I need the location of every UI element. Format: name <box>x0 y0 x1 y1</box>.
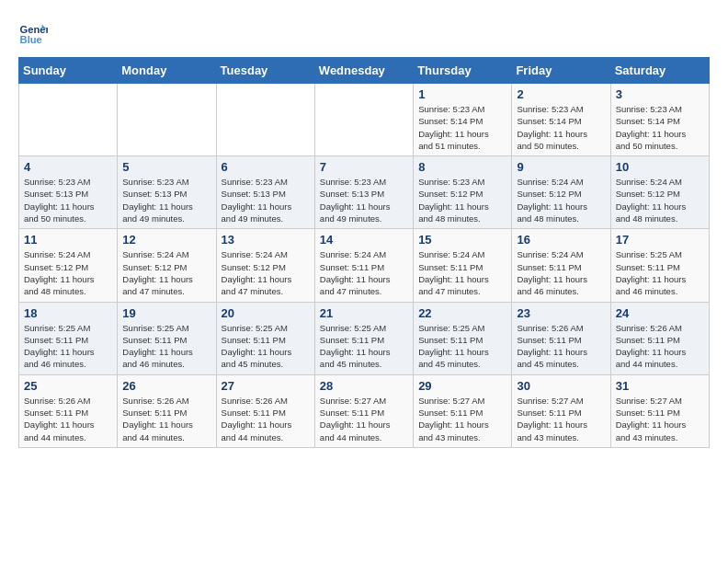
day-number: 5 <box>122 160 210 174</box>
day-info: Sunrise: 5:24 AM Sunset: 5:12 PM Dayligh… <box>616 176 704 224</box>
day-info: Sunrise: 5:24 AM Sunset: 5:11 PM Dayligh… <box>418 248 506 297</box>
day-cell: 26Sunrise: 5:26 AM Sunset: 5:11 PM Dayli… <box>118 374 216 447</box>
day-cell: 17Sunrise: 5:25 AM Sunset: 5:11 PM Dayli… <box>610 229 709 302</box>
day-info: Sunrise: 5:25 AM Sunset: 5:11 PM Dayligh… <box>320 322 408 371</box>
day-number: 2 <box>517 87 605 101</box>
week-row-3: 11Sunrise: 5:24 AM Sunset: 5:12 PM Dayli… <box>19 229 710 302</box>
logo: General Blue <box>18 18 51 48</box>
day-cell <box>216 84 314 156</box>
day-number: 13 <box>222 233 310 247</box>
svg-text:Blue: Blue <box>20 34 42 45</box>
calendar-header-row: SundayMondayTuesdayWednesdayThursdayFrid… <box>19 58 710 84</box>
day-cell: 4Sunrise: 5:23 AM Sunset: 5:13 PM Daylig… <box>19 156 118 229</box>
day-cell: 7Sunrise: 5:23 AM Sunset: 5:13 PM Daylig… <box>314 156 413 229</box>
calendar-table: SundayMondayTuesdayWednesdayThursdayFrid… <box>18 57 710 448</box>
day-info: Sunrise: 5:25 AM Sunset: 5:11 PM Dayligh… <box>222 322 310 371</box>
day-number: 9 <box>517 160 605 174</box>
day-info: Sunrise: 5:23 AM Sunset: 5:13 PM Dayligh… <box>24 176 112 224</box>
day-info: Sunrise: 5:27 AM Sunset: 5:11 PM Dayligh… <box>418 395 506 443</box>
day-info: Sunrise: 5:25 AM Sunset: 5:11 PM Dayligh… <box>418 322 506 371</box>
day-cell: 5Sunrise: 5:23 AM Sunset: 5:13 PM Daylig… <box>118 156 216 229</box>
day-number: 3 <box>616 87 704 101</box>
day-number: 18 <box>24 306 112 320</box>
day-cell: 23Sunrise: 5:26 AM Sunset: 5:11 PM Dayli… <box>512 302 610 374</box>
day-info: Sunrise: 5:23 AM Sunset: 5:14 PM Dayligh… <box>418 103 506 152</box>
day-number: 29 <box>418 379 506 393</box>
header-saturday: Saturday <box>610 58 709 84</box>
day-info: Sunrise: 5:25 AM Sunset: 5:11 PM Dayligh… <box>122 322 210 371</box>
day-cell: 15Sunrise: 5:24 AM Sunset: 5:11 PM Dayli… <box>414 229 512 302</box>
day-number: 30 <box>517 379 605 393</box>
day-info: Sunrise: 5:23 AM Sunset: 5:13 PM Dayligh… <box>122 176 210 224</box>
day-cell: 8Sunrise: 5:23 AM Sunset: 5:12 PM Daylig… <box>414 156 512 229</box>
day-cell: 27Sunrise: 5:26 AM Sunset: 5:11 PM Dayli… <box>216 374 314 447</box>
day-number: 17 <box>616 233 704 247</box>
page-header: General Blue <box>18 18 710 48</box>
week-row-1: 1Sunrise: 5:23 AM Sunset: 5:14 PM Daylig… <box>19 84 710 156</box>
day-info: Sunrise: 5:23 AM Sunset: 5:13 PM Dayligh… <box>320 176 408 224</box>
header-friday: Friday <box>512 58 610 84</box>
day-info: Sunrise: 5:26 AM Sunset: 5:11 PM Dayligh… <box>616 322 704 371</box>
day-number: 25 <box>24 379 112 393</box>
day-info: Sunrise: 5:24 AM Sunset: 5:11 PM Dayligh… <box>517 248 605 297</box>
day-number: 31 <box>616 379 704 393</box>
day-info: Sunrise: 5:23 AM Sunset: 5:14 PM Dayligh… <box>517 103 605 152</box>
day-info: Sunrise: 5:23 AM Sunset: 5:14 PM Dayligh… <box>616 103 704 152</box>
week-row-4: 18Sunrise: 5:25 AM Sunset: 5:11 PM Dayli… <box>19 302 710 374</box>
day-cell: 31Sunrise: 5:27 AM Sunset: 5:11 PM Dayli… <box>610 374 709 447</box>
day-info: Sunrise: 5:25 AM Sunset: 5:11 PM Dayligh… <box>24 322 112 371</box>
day-cell <box>19 84 118 156</box>
day-number: 28 <box>320 379 408 393</box>
day-cell: 25Sunrise: 5:26 AM Sunset: 5:11 PM Dayli… <box>19 374 118 447</box>
day-info: Sunrise: 5:27 AM Sunset: 5:11 PM Dayligh… <box>517 395 605 443</box>
day-number: 11 <box>24 233 112 247</box>
day-info: Sunrise: 5:24 AM Sunset: 5:11 PM Dayligh… <box>320 248 408 297</box>
day-info: Sunrise: 5:26 AM Sunset: 5:11 PM Dayligh… <box>24 395 112 443</box>
day-cell: 21Sunrise: 5:25 AM Sunset: 5:11 PM Dayli… <box>314 302 413 374</box>
day-number: 4 <box>24 160 112 174</box>
day-cell: 10Sunrise: 5:24 AM Sunset: 5:12 PM Dayli… <box>610 156 709 229</box>
header-thursday: Thursday <box>414 58 512 84</box>
day-number: 21 <box>320 306 408 320</box>
day-cell: 2Sunrise: 5:23 AM Sunset: 5:14 PM Daylig… <box>512 84 610 156</box>
day-number: 23 <box>517 306 605 320</box>
day-number: 24 <box>616 306 704 320</box>
day-info: Sunrise: 5:25 AM Sunset: 5:11 PM Dayligh… <box>616 248 704 297</box>
day-number: 12 <box>122 233 210 247</box>
day-cell: 1Sunrise: 5:23 AM Sunset: 5:14 PM Daylig… <box>414 84 512 156</box>
day-info: Sunrise: 5:24 AM Sunset: 5:12 PM Dayligh… <box>222 248 310 297</box>
svg-text:General: General <box>20 24 48 35</box>
day-info: Sunrise: 5:24 AM Sunset: 5:12 PM Dayligh… <box>24 248 112 297</box>
day-info: Sunrise: 5:27 AM Sunset: 5:11 PM Dayligh… <box>616 395 704 443</box>
day-info: Sunrise: 5:26 AM Sunset: 5:11 PM Dayligh… <box>122 395 210 443</box>
day-cell: 30Sunrise: 5:27 AM Sunset: 5:11 PM Dayli… <box>512 374 610 447</box>
day-cell: 16Sunrise: 5:24 AM Sunset: 5:11 PM Dayli… <box>512 229 610 302</box>
day-cell: 22Sunrise: 5:25 AM Sunset: 5:11 PM Dayli… <box>414 302 512 374</box>
day-cell: 6Sunrise: 5:23 AM Sunset: 5:13 PM Daylig… <box>216 156 314 229</box>
day-info: Sunrise: 5:27 AM Sunset: 5:11 PM Dayligh… <box>320 395 408 443</box>
day-cell: 11Sunrise: 5:24 AM Sunset: 5:12 PM Dayli… <box>19 229 118 302</box>
day-number: 22 <box>418 306 506 320</box>
week-row-2: 4Sunrise: 5:23 AM Sunset: 5:13 PM Daylig… <box>19 156 710 229</box>
day-info: Sunrise: 5:23 AM Sunset: 5:12 PM Dayligh… <box>418 176 506 224</box>
day-number: 8 <box>418 160 506 174</box>
logo-icon: General Blue <box>18 18 48 48</box>
header-sunday: Sunday <box>19 58 118 84</box>
day-cell: 24Sunrise: 5:26 AM Sunset: 5:11 PM Dayli… <box>610 302 709 374</box>
day-cell: 20Sunrise: 5:25 AM Sunset: 5:11 PM Dayli… <box>216 302 314 374</box>
day-number: 1 <box>418 87 506 101</box>
day-cell: 19Sunrise: 5:25 AM Sunset: 5:11 PM Dayli… <box>118 302 216 374</box>
day-number: 27 <box>222 379 310 393</box>
header-wednesday: Wednesday <box>314 58 413 84</box>
day-cell <box>314 84 413 156</box>
day-info: Sunrise: 5:24 AM Sunset: 5:12 PM Dayligh… <box>517 176 605 224</box>
day-number: 6 <box>222 160 310 174</box>
day-number: 19 <box>122 306 210 320</box>
day-info: Sunrise: 5:24 AM Sunset: 5:12 PM Dayligh… <box>122 248 210 297</box>
day-cell: 9Sunrise: 5:24 AM Sunset: 5:12 PM Daylig… <box>512 156 610 229</box>
day-info: Sunrise: 5:23 AM Sunset: 5:13 PM Dayligh… <box>222 176 310 224</box>
week-row-5: 25Sunrise: 5:26 AM Sunset: 5:11 PM Dayli… <box>19 374 710 447</box>
day-number: 16 <box>517 233 605 247</box>
day-cell: 14Sunrise: 5:24 AM Sunset: 5:11 PM Dayli… <box>314 229 413 302</box>
header-tuesday: Tuesday <box>216 58 314 84</box>
